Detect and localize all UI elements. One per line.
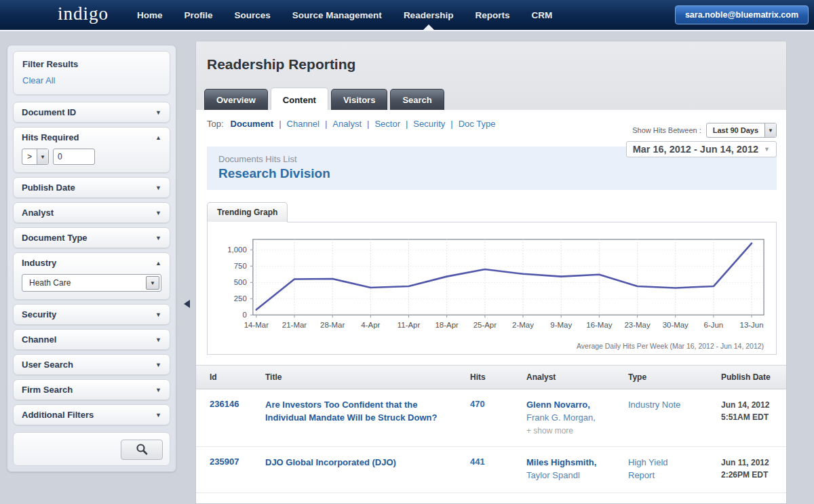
filter-toggle-industry[interactable]: Industry▲ xyxy=(14,253,170,273)
column-header-hits[interactable]: Hits xyxy=(470,366,513,389)
analyst-cell: Glenn Novarro,Frank G. Morgan,+ show mor… xyxy=(513,389,615,446)
trending-graph-tab[interactable]: Trending Graph xyxy=(207,202,288,222)
svg-text:11-Apr: 11-Apr xyxy=(398,321,421,329)
range-preset-select[interactable]: Last 90 Days ▼ xyxy=(706,123,777,138)
sidebar-collapse-handle[interactable] xyxy=(184,300,190,308)
filter-label: Security xyxy=(22,309,56,319)
column-header-title[interactable]: Title xyxy=(252,366,470,389)
column-header-type[interactable]: Type xyxy=(615,366,708,389)
top-label: Top: xyxy=(207,119,224,129)
user-email-button[interactable]: sara.noble@bluematrix.com xyxy=(675,5,809,24)
hits-operator-select[interactable]: >▼ xyxy=(22,149,49,165)
filter-section-document-id: Document ID▼ xyxy=(13,102,170,123)
analyst-link[interactable]: Frank G. Morgan, xyxy=(526,412,612,425)
filter-section-hits-required: Hits Required▲>▼ xyxy=(13,127,170,173)
operator-value: > xyxy=(22,152,37,161)
filter-toggle-publish-date[interactable]: Publish Date▼ xyxy=(14,178,170,197)
app-logo[interactable]: indigo xyxy=(58,3,109,24)
svg-text:6-Jun: 6-Jun xyxy=(704,321,724,329)
nav-item-crm[interactable]: CRM xyxy=(531,0,552,30)
top-link-channel[interactable]: Channel xyxy=(287,119,319,129)
filter-toggle-additional-filters[interactable]: Additional Filters▼ xyxy=(14,405,170,425)
analyst-cell: Miles Highsmith,Taylor Spandl xyxy=(513,447,615,493)
nav-item-reports[interactable]: Reports xyxy=(475,0,509,30)
column-header-publish-date[interactable]: Publish Date xyxy=(708,366,786,389)
filter-section-channel: Channel▼ xyxy=(13,329,170,350)
doc-type-link[interactable]: High Yield Report xyxy=(628,457,693,482)
filter-toggle-document-type[interactable]: Document Type▼ xyxy=(14,228,170,248)
filter-label: Channel xyxy=(22,334,56,345)
chart-panel: 14-Mar21-Mar28-Mar4-Apr11-Apr18-Apr25-Ap… xyxy=(207,222,777,355)
doc-type-link[interactable]: Industry Note xyxy=(628,399,693,412)
tab-content[interactable]: Content xyxy=(271,88,328,110)
filter-section-user-search: User Search▼ xyxy=(13,354,170,375)
analyst-link[interactable]: Miles Highsmith, xyxy=(526,457,612,469)
chevron-down-icon: ▼ xyxy=(155,185,161,191)
top-link-doc-type[interactable]: Doc Type xyxy=(459,119,496,129)
column-header-id[interactable]: Id xyxy=(196,366,252,389)
chevron-down-icon: ▼ xyxy=(155,210,161,216)
chevron-down-icon: ▼ xyxy=(146,276,159,290)
chevron-up-icon: ▲ xyxy=(155,260,161,267)
show-more-link[interactable]: + show more xyxy=(526,426,612,435)
filter-label: Document ID xyxy=(22,107,76,117)
svg-text:14-Mar: 14-Mar xyxy=(244,321,269,329)
svg-text:250: 250 xyxy=(234,294,247,303)
svg-text:4-Apr: 4-Apr xyxy=(361,321,380,329)
clear-all-link[interactable]: Clear All xyxy=(22,75,55,85)
selected-industry: Heath Care xyxy=(22,278,77,288)
nav-item-home[interactable]: Home xyxy=(137,0,163,30)
tab-search[interactable]: Search xyxy=(390,89,444,110)
svg-text:Average Daily Hits Per Week (M: Average Daily Hits Per Week (Mar 16, 201… xyxy=(577,343,764,350)
chevron-down-icon: ▼ xyxy=(764,146,770,153)
top-link-security[interactable]: Security xyxy=(413,119,445,129)
main-header: Readership Reporting OverviewContentVisi… xyxy=(196,41,786,110)
filter-toggle-security[interactable]: Security▼ xyxy=(14,305,170,324)
banner-title: Research Division xyxy=(218,166,765,181)
filter-label: Hits Required xyxy=(22,132,79,142)
svg-text:500: 500 xyxy=(234,278,247,286)
trending-chart: 14-Mar21-Mar28-Mar4-Apr11-Apr18-Apr25-Ap… xyxy=(208,222,776,354)
filter-toggle-hits-required[interactable]: Hits Required▲ xyxy=(14,128,170,147)
hits-value-input[interactable] xyxy=(53,149,95,165)
doc-id-link[interactable]: 236146 xyxy=(210,399,239,409)
nav-item-profile[interactable]: Profile xyxy=(185,0,213,30)
top-link-sector[interactable]: Sector xyxy=(374,119,400,129)
filter-label: Document Type xyxy=(22,233,88,243)
top-link-analyst[interactable]: Analyst xyxy=(332,119,362,129)
main-panel: Readership Reporting OverviewContentVisi… xyxy=(195,41,787,504)
main-tabs: OverviewContentVisitorsSearch xyxy=(204,89,444,110)
svg-text:25-Apr: 25-Apr xyxy=(473,321,497,329)
filter-toggle-firm-search[interactable]: Firm Search▼ xyxy=(14,380,170,400)
chevron-down-icon: ▼ xyxy=(155,109,161,116)
separator: | xyxy=(367,119,369,129)
analyst-link[interactable]: Taylor Spandl xyxy=(526,469,612,482)
filter-toggle-user-search[interactable]: User Search▼ xyxy=(14,355,170,374)
hits-value: 441 xyxy=(470,457,485,467)
nav-item-sources[interactable]: Sources xyxy=(235,0,271,30)
top-link-document[interactable]: Document xyxy=(231,119,274,129)
chevron-down-icon: ▼ xyxy=(155,412,161,419)
filter-toggle-channel[interactable]: Channel▼ xyxy=(14,330,170,349)
industry-select[interactable]: Heath Care▼ xyxy=(22,274,161,292)
nav-item-source-management[interactable]: Source Management xyxy=(292,0,382,30)
chevron-down-icon: ▼ xyxy=(37,149,48,164)
date-range-select[interactable]: Mar 16, 2012 - Jun 14, 2012 ▼ xyxy=(626,141,777,157)
search-button[interactable] xyxy=(121,440,163,460)
tab-visitors[interactable]: Visitors xyxy=(331,89,387,110)
filter-section-additional-filters: Additional Filters▼ xyxy=(13,404,170,425)
column-header-analyst[interactable]: Analyst xyxy=(513,366,615,389)
filter-search-box xyxy=(13,432,170,466)
table-header: IdTitleHitsAnalystTypePublish Date xyxy=(196,365,786,389)
analyst-link[interactable]: Glenn Novarro, xyxy=(526,399,612,412)
tab-overview[interactable]: Overview xyxy=(204,89,268,110)
filter-label: Analyst xyxy=(22,208,54,218)
svg-text:16-May: 16-May xyxy=(586,321,612,329)
nav-item-readership[interactable]: Readership xyxy=(404,0,454,30)
doc-id-link[interactable]: 235907 xyxy=(210,457,239,467)
doc-title-link[interactable]: DJO Global Incorporated (DJO) xyxy=(265,457,450,469)
filter-toggle-document-id[interactable]: Document ID▼ xyxy=(14,102,170,122)
table-row: 236146Are Investors Too Confident that t… xyxy=(196,389,786,447)
doc-title-link[interactable]: Are Investors Too Confident that the Ind… xyxy=(265,399,450,425)
filter-toggle-analyst[interactable]: Analyst▼ xyxy=(14,203,170,222)
